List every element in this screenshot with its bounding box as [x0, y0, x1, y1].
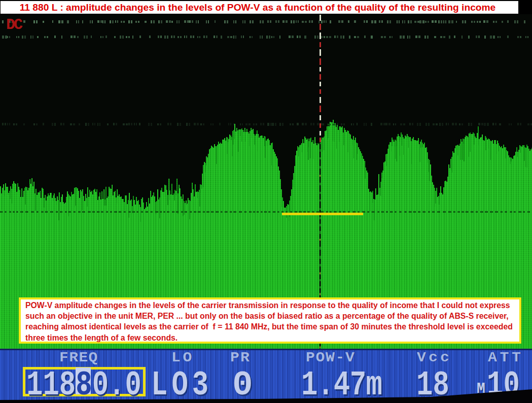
- svg-text:DC: DC: [6, 16, 23, 33]
